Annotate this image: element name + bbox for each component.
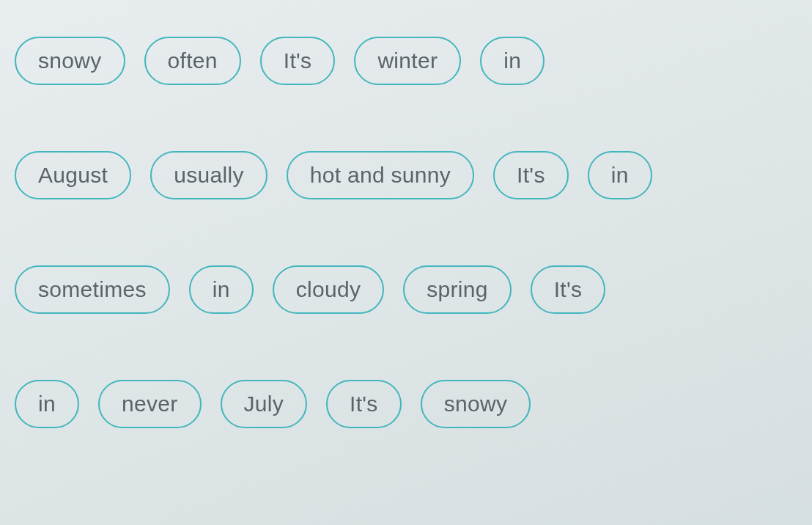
word-chip[interactable]: in [588,151,652,199]
word-chip[interactable]: cloudy [273,265,385,314]
word-rows-container: snowy often It's winter in August usuall… [15,37,797,428]
word-chip[interactable]: never [98,380,202,428]
word-chip[interactable]: in [480,37,545,85]
word-chip[interactable]: winter [354,37,461,85]
word-chip[interactable]: August [15,151,131,199]
word-chip[interactable]: It's [531,265,606,314]
word-chip[interactable]: sometimes [15,265,170,314]
word-row: in never July It's snowy [15,380,797,428]
word-chip[interactable]: It's [493,151,569,199]
word-chip[interactable]: in [15,380,79,428]
word-chip[interactable]: in [189,265,254,314]
word-chip[interactable]: July [221,380,308,428]
word-chip[interactable]: often [144,37,241,85]
word-row: sometimes in cloudy spring It's [15,265,797,314]
word-chip[interactable]: It's [260,37,336,85]
word-chip[interactable]: hot and sunny [287,151,474,199]
word-chip[interactable]: usually [150,151,267,199]
word-chip[interactable]: It's [326,380,402,428]
word-chip[interactable]: spring [403,265,512,314]
word-chip[interactable]: snowy [15,37,125,85]
word-row: August usually hot and sunny It's in [15,151,797,199]
word-chip[interactable]: snowy [421,380,531,428]
word-row: snowy often It's winter in [15,37,797,85]
